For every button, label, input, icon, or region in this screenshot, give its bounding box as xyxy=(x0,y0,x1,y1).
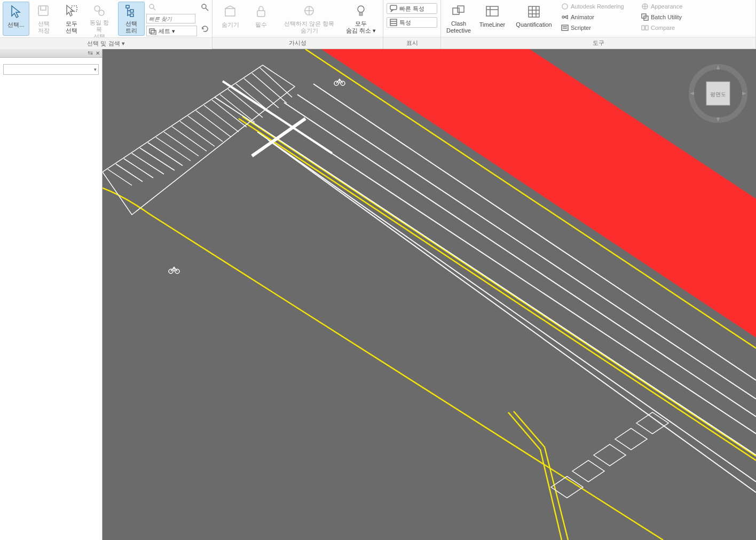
svg-rect-18 xyxy=(458,6,464,12)
required-label: 필수 xyxy=(255,21,267,28)
appearance-button: Appearance xyxy=(639,1,706,12)
side-panel-titlebar: ⮀ ✕ xyxy=(0,49,102,58)
unhide-all-label: 모두 숨김 취소 ▾ xyxy=(346,20,376,34)
sets-icon xyxy=(148,27,157,35)
svg-rect-4 xyxy=(126,5,129,8)
animator-icon xyxy=(561,13,569,21)
find-items-button xyxy=(146,2,197,13)
pin-icon[interactable]: ⮀ xyxy=(87,50,93,57)
magnifier-icon xyxy=(201,3,209,12)
hide-unselected-label: 선택하지 않은 항목 숨기기 xyxy=(284,20,334,34)
yellow-road-edges xyxy=(103,49,756,540)
svg-rect-28 xyxy=(645,26,648,30)
select-button[interactable]: 선택... xyxy=(3,2,29,36)
hide-unselected-button: 선택하지 않은 항목 숨기기 xyxy=(277,2,341,36)
svg-point-2 xyxy=(94,6,100,11)
svg-rect-5 xyxy=(130,10,133,12)
autodesk-rendering-label: Autodesk Rendering xyxy=(571,3,624,10)
ribbon: 선택... 선택 저장 모두 선택 동일 항목 선택 xyxy=(0,0,756,49)
svg-marker-32 xyxy=(594,444,626,466)
svg-rect-16 xyxy=(390,19,397,26)
refresh-sets-button[interactable] xyxy=(199,24,209,34)
quick-find-input[interactable] xyxy=(146,14,195,24)
select-all-button[interactable]: 모두 선택 xyxy=(58,2,85,36)
timeliner-button[interactable]: TimeLiner xyxy=(475,2,510,36)
svg-marker-33 xyxy=(572,460,604,482)
svg-point-21 xyxy=(562,4,568,9)
hide-unselected-icon xyxy=(301,3,318,19)
unhide-all-button[interactable]: 모두 숨김 취소 ▾ xyxy=(342,2,380,36)
selection-tree-button[interactable]: 선택 트리 xyxy=(118,2,145,36)
ribbon-group-display: 빠른 특성 특성 표시 xyxy=(383,0,441,49)
svg-rect-0 xyxy=(38,6,48,15)
hide-button: 숨기기 xyxy=(215,2,245,36)
svg-marker-29 xyxy=(103,65,295,215)
svg-rect-17 xyxy=(453,8,459,14)
svg-rect-8 xyxy=(149,29,154,33)
svg-rect-11 xyxy=(225,9,235,16)
svg-rect-9 xyxy=(151,30,156,35)
scripter-icon xyxy=(561,24,569,32)
svg-rect-19 xyxy=(486,6,498,16)
compare-label: Compare xyxy=(651,25,675,31)
cursor-icon xyxy=(7,3,25,20)
scripter-label: Scripter xyxy=(571,25,591,31)
sets-dropdown[interactable]: 세트 ▾ xyxy=(146,26,197,36)
svg-marker-30 xyxy=(636,412,668,434)
properties-label: 특성 xyxy=(399,19,411,27)
quantification-label: Quantification xyxy=(516,21,552,28)
view-cube[interactable]: 평면도 xyxy=(689,64,747,123)
appearance-icon xyxy=(641,2,649,11)
refresh-icon xyxy=(201,25,209,33)
svg-rect-23 xyxy=(562,25,568,30)
properties-icon xyxy=(389,18,398,27)
clash-detective-button[interactable]: Clash Detective xyxy=(444,2,474,36)
chevron-down-icon: ▾ xyxy=(94,67,97,72)
search-icon xyxy=(148,3,157,12)
svg-rect-12 xyxy=(257,11,265,17)
select-same-button: 동일 항목 선택 xyxy=(86,2,113,36)
select-same-icon xyxy=(91,3,108,18)
select-all-label: 모두 선택 xyxy=(66,20,77,34)
zoom-search-button[interactable] xyxy=(199,2,209,13)
svg-point-10 xyxy=(202,4,206,9)
clash-icon xyxy=(450,3,467,19)
save-selection-icon xyxy=(35,3,52,19)
ribbon-group-label: 도구 xyxy=(441,37,755,49)
animator-button[interactable]: Animator xyxy=(558,12,636,22)
animator-label: Animator xyxy=(571,14,594,20)
batch-utility-button[interactable]: Batch Utility xyxy=(639,12,706,22)
ribbon-group-select-search: 선택... 선택 저장 모두 선택 동일 항목 선택 xyxy=(0,0,212,49)
close-icon[interactable]: ✕ xyxy=(94,50,101,57)
svg-rect-6 xyxy=(130,14,133,17)
select-all-icon xyxy=(63,3,80,19)
viewport-3d[interactable]: 평면도 xyxy=(103,49,756,540)
batch-utility-label: Batch Utility xyxy=(651,14,682,20)
svg-marker-31 xyxy=(615,428,647,450)
scripter-button[interactable]: Scripter xyxy=(558,22,636,33)
sets-dropdown-label: 세트 ▾ xyxy=(159,27,175,35)
hide-icon xyxy=(222,3,239,20)
svg-point-13 xyxy=(358,6,364,12)
batch-icon xyxy=(641,13,649,21)
compare-icon xyxy=(641,24,649,32)
properties-button[interactable]: 특성 xyxy=(387,17,437,28)
svg-point-3 xyxy=(99,10,104,15)
bulb-icon xyxy=(352,3,369,19)
ribbon-group-label: 표시 xyxy=(383,37,440,49)
svg-point-7 xyxy=(149,4,154,9)
appearance-label: Appearance xyxy=(651,3,682,10)
side-panel-combo[interactable]: ▾ xyxy=(3,64,99,75)
tree-icon xyxy=(123,3,140,19)
svg-rect-15 xyxy=(390,5,397,10)
bubble-icon xyxy=(389,4,398,13)
quick-properties-button[interactable]: 빠른 특성 xyxy=(387,3,437,14)
side-panel: ⮀ ✕ ▾ xyxy=(0,49,103,540)
ribbon-group-label: 가시성 xyxy=(212,37,383,49)
ribbon-group-tools: Clash Detective TimeLiner Quantification… xyxy=(441,0,756,49)
save-selection-label: 선택 저장 xyxy=(38,20,50,34)
quantification-button[interactable]: Quantification xyxy=(511,2,557,36)
save-selection-button: 선택 저장 xyxy=(30,2,57,36)
timeliner-label: TimeLiner xyxy=(479,21,506,28)
compare-button: Compare xyxy=(639,22,706,33)
